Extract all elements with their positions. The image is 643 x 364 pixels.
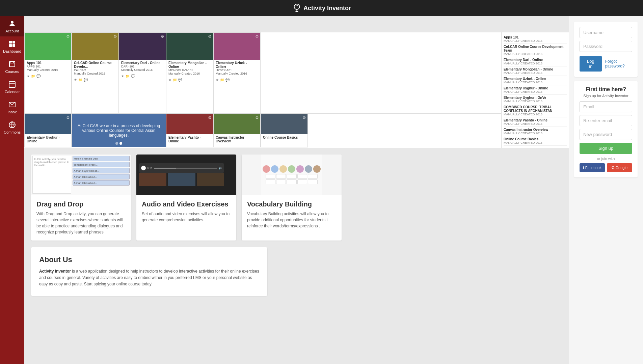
vocab-cell[interactable] (287, 179, 296, 184)
card-title: Elementary Pashto - Online (168, 136, 211, 143)
sidebar-item-dashboard[interactable]: Dashboard (0, 36, 24, 57)
sidebar-label-inbox: Inbox (8, 110, 17, 114)
svg-rect-5 (12, 41, 15, 44)
app-logo[interactable]: Activity Inventor (292, 3, 351, 13)
star-icon[interactable]: ★ (27, 74, 30, 78)
gear-icon[interactable]: ⚙ (208, 115, 212, 120)
gear-icon[interactable]: ⚙ (255, 115, 259, 120)
gear-icon[interactable]: ⚙ (113, 34, 117, 39)
chat-icon[interactable]: 💬 (84, 78, 88, 82)
card-info-uzbek: Elementary Uzbek - Online UZBEK-101 Manu… (214, 60, 260, 77)
list-item[interactable]: Elementary Mongolian - Online MANUALLY C… (504, 66, 567, 76)
list-item[interactable]: CeLCAR Online Course Development Team MA… (504, 44, 567, 57)
list-item-title: Elementary Mongolian - Online (504, 67, 567, 71)
chat-icon[interactable]: 💬 (131, 74, 135, 78)
course-card-canvas[interactable]: ⚙ Canvas Instructor Overview (213, 114, 261, 147)
signup-button[interactable]: Sign up (580, 143, 632, 154)
course-card-mongolian[interactable]: ⚙ Elementary Mongolian - Online MONGOLIA… (166, 32, 213, 113)
sidebar: Account Dashboard Courses Calendar Inbox… (0, 16, 24, 303)
course-card-dari[interactable]: ⚙ Elementary Dari - Online DARI-101 Manu… (119, 32, 166, 113)
sidebar-item-account[interactable]: Account (0, 16, 24, 36)
about-body: is a web application designed to help in… (39, 269, 259, 286)
star-icon[interactable]: ★ (168, 78, 171, 82)
sidebar-item-calendar[interactable]: Calendar (0, 77, 24, 97)
list-item-sub: MANUALLY CREATED 2016 (504, 113, 567, 116)
play-button[interactable]: ▶ (141, 166, 146, 170)
audio-img-2[interactable] (168, 173, 195, 186)
svg-rect-7 (12, 44, 15, 47)
gear-icon[interactable]: ⚙ (208, 34, 212, 39)
folder-icon[interactable]: 📁 (126, 74, 130, 78)
list-item[interactable]: Online Course Basics MANUALLY CREATED 20… (504, 136, 567, 146)
face-1 (263, 165, 270, 173)
username-input[interactable] (580, 27, 632, 38)
re-email-input[interactable] (580, 115, 632, 126)
course-card-uzbek[interactable]: ⚙ Elementary Uzbek - Online UZBEK-101 Ma… (213, 32, 261, 113)
list-item[interactable]: Elementary Uzbek - Online MANUALLY CREAT… (504, 76, 567, 85)
list-item[interactable]: Elementary Pashto - Online MANUALLY CREA… (504, 117, 567, 127)
list-item[interactable]: Elementary Dari - Online MANUALLY CREATE… (504, 57, 567, 66)
course-card-basics[interactable]: ⚙ Online Course Basics (261, 114, 308, 147)
list-item-sub: MANUALLY CREATED 2016 (504, 141, 567, 144)
logo-icon (292, 3, 301, 13)
audio-img-3[interactable] (197, 173, 224, 186)
card-info-uyghur: Elementary Uyghur - Online (25, 134, 71, 144)
drag-drop-right-panel: Match a female Dari complement order... … (73, 156, 130, 194)
sidebar-item-commons[interactable]: Commons (0, 117, 24, 138)
gear-icon[interactable]: ⚙ (255, 34, 259, 39)
audio-img-1[interactable] (139, 173, 166, 186)
list-item-title: Elementary Uzbek - Online (504, 77, 567, 81)
list-item[interactable]: Elementary Uyghur - Online MANUALLY CREA… (504, 85, 567, 95)
courses-row2: ⚙ Elementary Uyghur - Online At CeLCAR w… (24, 113, 501, 147)
vocab-cell[interactable] (308, 179, 318, 184)
vocab-cell[interactable] (276, 174, 286, 179)
list-item[interactable]: Elementary Uyghur - OnVe MANUALLY CREATE… (504, 95, 567, 104)
list-item[interactable]: Apps 101 MANUALLY CREATED 2016 (504, 34, 567, 44)
vocab-cell[interactable] (266, 174, 275, 179)
course-card-pashto[interactable]: ⚙ Elementary Pashto - Online (166, 114, 213, 147)
course-card-uyghur[interactable]: ⚙ Elementary Uyghur - Online (24, 114, 72, 147)
folder-icon[interactable]: 📁 (173, 78, 177, 82)
gear-icon[interactable]: ⚙ (161, 34, 164, 39)
star-icon[interactable]: ★ (74, 78, 77, 82)
feature-preview-drag-drop: In this activity, you need to drag to ma… (31, 155, 131, 195)
password-input[interactable] (580, 41, 632, 52)
sidebar-item-inbox[interactable]: Inbox (0, 97, 24, 117)
login-button[interactable]: Log in (580, 56, 602, 72)
list-item[interactable]: COMBINED COURSE: TRIBAL CONFLICTS IN AFG… (504, 104, 567, 117)
dot-2[interactable] (119, 142, 122, 145)
course-card-celcar[interactable]: ⚙ CeLCAR Online Course Develo... CeLCAR … (72, 32, 119, 113)
chat-icon[interactable]: 💬 (225, 78, 230, 82)
folder-icon[interactable]: 📁 (220, 78, 224, 82)
folder-icon[interactable]: 📁 (78, 78, 82, 82)
chat-icon[interactable]: 💬 (36, 74, 41, 78)
gear-icon[interactable]: ⚙ (66, 115, 70, 120)
card-title: Online Course Basics (263, 136, 305, 139)
sidebar-item-courses[interactable]: Courses (0, 57, 24, 77)
new-password-input[interactable] (580, 129, 632, 140)
vocab-cell[interactable] (297, 179, 307, 184)
course-card-apps101[interactable]: ⚙ Apps 101 APPS 101 Manually Created 201… (24, 32, 72, 113)
email-input[interactable] (580, 101, 632, 112)
app-title: Activity Inventor (303, 5, 351, 12)
folder-icon[interactable]: 📁 (31, 74, 35, 78)
star-icon[interactable]: ★ (121, 74, 124, 78)
vocab-cell[interactable] (287, 174, 296, 179)
vocab-cell[interactable] (297, 174, 307, 179)
list-item[interactable]: Canvas Instructor Overview MANUALLY CREA… (504, 127, 567, 136)
gear-icon[interactable]: ⚙ (66, 34, 70, 39)
list-item-title: COMBINED COURSE: TRIBAL CONFLICTS IN AFG… (504, 105, 567, 113)
dot-1[interactable] (115, 142, 118, 145)
gear-icon[interactable]: ⚙ (302, 115, 306, 120)
google-button[interactable]: G Google (607, 163, 632, 172)
star-icon[interactable]: ★ (216, 78, 219, 82)
audio-image-choices (139, 173, 224, 186)
vocab-cell[interactable] (266, 179, 275, 184)
vocab-cell[interactable] (276, 179, 286, 184)
face-3 (279, 165, 287, 173)
chat-icon[interactable]: 💬 (178, 78, 182, 82)
forgot-password-link[interactable]: Forgot password? (605, 59, 632, 68)
vocab-cell[interactable] (308, 174, 318, 179)
facebook-button[interactable]: f Facebook (580, 163, 605, 172)
main-content: ⚙ Apps 101 APPS 101 Manually Created 201… (24, 32, 643, 296)
